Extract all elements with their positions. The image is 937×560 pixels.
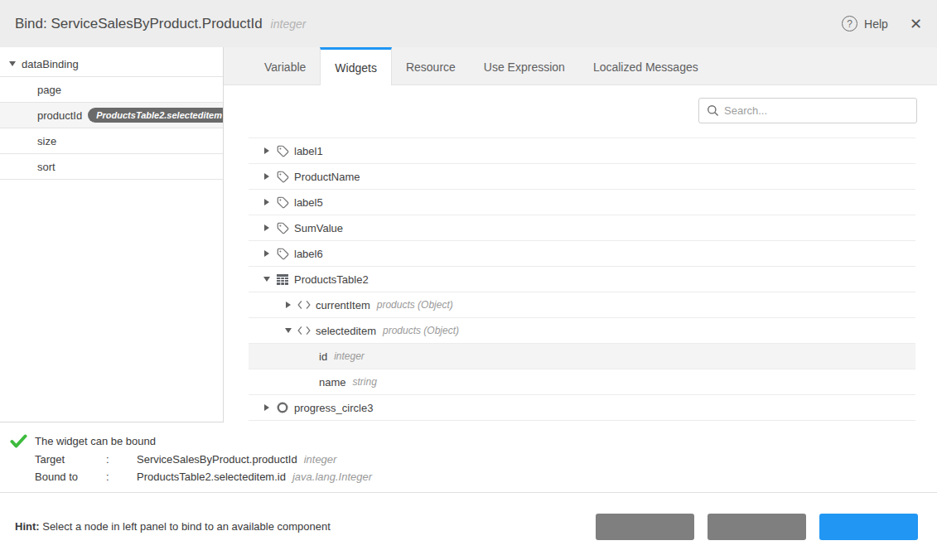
table-icon — [276, 274, 289, 285]
dialog-footer: Hint: Select a node in left panel to bin… — [0, 492, 937, 560]
tree-row[interactable]: selecteditem products (Object) — [249, 318, 915, 344]
code-icon — [297, 300, 311, 310]
sidebar-item-label: productId — [37, 109, 82, 122]
sidebar-item-size[interactable]: size — [0, 128, 223, 154]
sidebar-item-productid[interactable]: productId ProductsTable2.selecteditem — [0, 103, 223, 128]
caret-right-icon[interactable] — [261, 404, 272, 411]
tree-node-label: id — [319, 350, 327, 363]
binding-tree-panel: dataBinding page productId ProductsTable… — [0, 47, 224, 422]
status-row-value: ProductsTable2.selecteditem.id — [137, 471, 286, 483]
tree-row[interactable]: progress_circle3 — [249, 395, 915, 421]
tab-label: Resource — [406, 60, 456, 74]
code-icon — [297, 326, 311, 336]
sidebar-item-label: page — [37, 84, 61, 96]
binding-status: The widget can be bound Target : Service… — [0, 422, 937, 492]
tree-node-label: progress_circle3 — [294, 402, 373, 414]
dialog-header: Bind: ServiceSalesByProduct.ProductId in… — [0, 0, 937, 47]
status-row-label: Target — [35, 453, 106, 466]
sidebar-item-databinding[interactable]: dataBinding — [0, 51, 223, 77]
tab-label: Variable — [264, 60, 306, 74]
tree-row[interactable]: ProductsTable2 — [249, 267, 915, 292]
sidebar-item-page[interactable]: page — [0, 77, 223, 103]
tree-node-type: products (Object) — [377, 299, 453, 311]
tree-row[interactable]: name string — [249, 369, 915, 395]
done-button[interactable] — [596, 514, 694, 540]
dialog-title-type: integer — [271, 17, 307, 31]
help-icon: ? — [842, 16, 857, 31]
sidebar-item-label: size — [37, 135, 56, 147]
tag-icon — [276, 196, 289, 209]
tree-node-label: currentItem — [316, 299, 370, 311]
tag-icon — [276, 171, 289, 183]
tag-icon — [276, 222, 289, 234]
tag-icon — [276, 248, 289, 260]
sidebar-item-sort[interactable]: sort — [0, 154, 223, 180]
caret-down-icon[interactable] — [261, 277, 272, 282]
sidebar-root-label: dataBinding — [22, 58, 79, 70]
sidebar-item-label: sort — [37, 161, 56, 173]
tree-node-label: ProductName — [294, 171, 360, 183]
tab-variable[interactable]: Variable — [250, 47, 320, 84]
tree-row[interactable]: id integer — [249, 344, 915, 369]
tree-node-type: products (Object) — [383, 325, 459, 336]
status-row: Target : ServiceSalesByProduct.productId… — [10, 453, 937, 466]
tree-node-label: ProductsTable2 — [294, 273, 369, 286]
caret-right-icon[interactable] — [261, 199, 272, 205]
search-icon — [707, 104, 719, 117]
tree-row[interactable]: label5 — [249, 190, 915, 215]
tab-bar: Variable Widgets Resource Use Expression… — [224, 47, 937, 85]
help-button[interactable]: ? Help — [842, 16, 888, 31]
tree-node-label: label1 — [294, 145, 323, 157]
status-row-colon: : — [106, 453, 137, 466]
circle-icon — [276, 402, 289, 413]
tree-node-type: string — [353, 376, 377, 388]
status-message: The widget can be bound — [35, 435, 156, 447]
check-icon — [10, 434, 28, 448]
status-row-colon: : — [106, 471, 137, 483]
tab-label: Widgets — [335, 61, 377, 75]
search-input[interactable] — [724, 104, 916, 117]
tree-row[interactable]: ProductName — [249, 164, 915, 190]
tab-resource[interactable]: Resource — [392, 47, 470, 84]
tree-row[interactable]: label1 — [249, 138, 915, 164]
hint-text: Hint: Select a node in left panel to bin… — [15, 520, 331, 533]
status-row-type: java.lang.Integer — [292, 471, 372, 483]
tree-row[interactable]: currentItem products (Object) — [249, 292, 915, 318]
tree-row[interactable]: SumValue — [249, 215, 915, 241]
tree-row[interactable]: label6 — [249, 241, 915, 267]
bind-button[interactable] — [819, 514, 918, 540]
widget-tree: label1 ProductName label5 SumValue label… — [249, 138, 915, 421]
tree-node-label: selecteditem — [316, 325, 376, 337]
tree-node-type: integer — [334, 350, 365, 362]
tab-widgets[interactable]: Widgets — [320, 47, 392, 85]
tab-localized-messages[interactable]: Localized Messages — [579, 47, 712, 84]
tree-node-label: label5 — [294, 196, 323, 209]
caret-down-icon[interactable] — [283, 328, 293, 333]
unbind-button[interactable] — [708, 514, 806, 540]
tab-label: Localized Messages — [593, 60, 698, 74]
caret-right-icon[interactable] — [261, 173, 272, 180]
status-row: Bound to : ProductsTable2.selecteditem.i… — [10, 471, 937, 483]
close-icon[interactable]: ✕ — [910, 17, 922, 31]
caret-right-icon[interactable] — [261, 147, 272, 154]
status-row-type: integer — [304, 453, 337, 466]
caret-down-icon[interactable] — [7, 61, 17, 66]
tree-node-label: name — [319, 376, 346, 389]
help-label: Help — [864, 17, 888, 31]
tab-use-expression[interactable]: Use Expression — [470, 47, 579, 84]
tab-label: Use Expression — [484, 60, 565, 74]
status-row-label: Bound to — [35, 471, 106, 483]
status-row-value: ServiceSalesByProduct.productId — [137, 453, 297, 466]
tree-node-label: label6 — [294, 248, 323, 260]
search-box — [698, 98, 917, 123]
caret-right-icon[interactable] — [283, 302, 293, 308]
caret-right-icon[interactable] — [261, 250, 272, 257]
tag-icon — [276, 145, 289, 157]
binding-badge: ProductsTable2.selecteditem — [88, 108, 223, 123]
caret-right-icon[interactable] — [261, 224, 272, 231]
dialog-title: Bind: ServiceSalesByProduct.ProductId — [15, 16, 263, 32]
tree-node-label: SumValue — [294, 222, 343, 234]
